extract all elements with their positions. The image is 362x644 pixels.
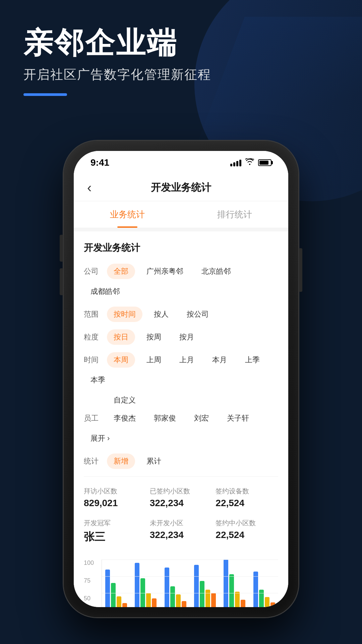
bar-group-5 xyxy=(224,559,248,607)
filter-chip-day[interactable]: 按日 xyxy=(107,329,135,345)
filter-chip-thisseason[interactable]: 本季 xyxy=(84,372,112,388)
signed-label: 已签约小区数 xyxy=(150,487,213,496)
filter-chip-custom[interactable]: 自定义 xyxy=(107,393,142,407)
champion-value: 张三 xyxy=(84,530,146,544)
tab-ranking-stats-label: 排行统计 xyxy=(217,209,252,220)
visit-label: 拜访小区数 xyxy=(84,487,146,496)
filter-chip-thisweek[interactable]: 本周 xyxy=(107,352,135,368)
stat-champion: 开发冠军 张三 xyxy=(84,515,146,548)
stat-signed: 已签约小区数 322,234 xyxy=(150,483,213,512)
stat-undeveloped: 未开发小区 322,234 xyxy=(150,515,213,548)
filter-chip-week[interactable]: 按周 xyxy=(140,329,168,345)
stat-signed-mid: 签约中小区数 22,524 xyxy=(216,515,278,548)
filter-granularity-row: 粒度 按日 按周 按月 xyxy=(84,329,278,345)
app-subtitle: 开启社区广告数字化管理新征程 xyxy=(23,66,211,83)
status-icons xyxy=(230,158,272,167)
chart-container: 100 75 50 25 xyxy=(84,559,278,607)
undeveloped-label: 未开发小区 xyxy=(150,519,213,528)
filter-chip-bj[interactable]: 北京皓邻 xyxy=(195,264,238,279)
statstype-filter-label: 统计 xyxy=(84,456,102,466)
stat-device: 签约设备数 22,524 xyxy=(216,483,278,512)
undeveloped-value: 322,234 xyxy=(150,530,213,540)
champion-label: 开发冠军 xyxy=(84,519,146,528)
app-title: 亲邻企业端 xyxy=(23,27,211,59)
tab-business-stats[interactable]: 业务统计 xyxy=(74,201,181,228)
filter-chip-bycompany[interactable]: 按公司 xyxy=(180,307,216,322)
tab-active-indicator xyxy=(117,226,137,228)
filter-company-row: 公司 全部 广州亲粤邻 北京皓邻 成都皓邻 xyxy=(84,264,278,299)
granularity-filter-label: 粒度 xyxy=(84,332,102,342)
filter-time-row: 时间 本周 上周 上月 本月 上季 本季 xyxy=(84,352,278,388)
y-axis: 100 75 50 25 xyxy=(84,559,99,607)
filter-chip-guojiajun[interactable]: 郭家俊 xyxy=(147,411,183,426)
filter-chip-thismonth[interactable]: 本月 xyxy=(205,352,234,368)
tab-ranking-stats[interactable]: 排行统计 xyxy=(181,201,288,228)
filter-staff-row: 员工 李俊杰 郭家俊 刘宏 关子轩 展开 › xyxy=(84,411,278,446)
filter-chip-lastseason[interactable]: 上季 xyxy=(238,352,266,368)
stat-visit: 拜访小区数 829,021 xyxy=(84,483,146,512)
visit-value: 829,021 xyxy=(84,498,146,508)
phone-screen: 9:41 xyxy=(74,151,288,607)
bar-group-1 xyxy=(105,570,130,607)
filter-chip-lastmonth[interactable]: 上月 xyxy=(173,352,201,368)
signal-icon xyxy=(230,159,241,166)
accent-line xyxy=(23,93,67,96)
staff-filter-label: 员工 xyxy=(84,413,102,423)
bar-group-6 xyxy=(253,572,278,607)
card-title: 开发业务统计 xyxy=(84,241,278,254)
filter-chip-month[interactable]: 按月 xyxy=(173,329,201,345)
filter-chip-byperson[interactable]: 按人 xyxy=(147,307,175,322)
filter-chip-lijunjie[interactable]: 李俊杰 xyxy=(107,411,142,426)
tab-business-stats-label: 业务统计 xyxy=(110,209,145,220)
bar-group-2 xyxy=(135,563,160,607)
header-section: 亲邻企业端 开启社区广告数字化管理新征程 xyxy=(23,27,211,96)
main-content: 开发业务统计 公司 全部 广州亲粤邻 北京皓邻 成都皓邻 范围 按时间 按人 xyxy=(74,228,288,607)
filter-chip-liuhong[interactable]: 刘宏 xyxy=(187,411,216,426)
filter-statstype-row: 统计 新增 累计 xyxy=(84,453,278,469)
device-value: 22,524 xyxy=(216,498,278,508)
filter-chip-new[interactable]: 新增 xyxy=(107,453,135,469)
status-bar: 9:41 xyxy=(74,151,288,174)
bar-group-3 xyxy=(165,568,189,607)
phone-mockup: 9:41 xyxy=(64,141,298,617)
filter-chip-bytime[interactable]: 按时间 xyxy=(107,307,142,322)
back-button[interactable]: ‹ xyxy=(87,180,92,195)
signed-value: 322,234 xyxy=(150,498,213,508)
page-title: 开发业务统计 xyxy=(151,181,211,195)
filter-chip-cd[interactable]: 成都皓邻 xyxy=(84,284,127,299)
stats-grid: 拜访小区数 829,021 已签约小区数 322,234 签约设备数 22,52… xyxy=(84,480,278,554)
filter-chip-lastweek[interactable]: 上周 xyxy=(140,352,168,368)
device-label: 签约设备数 xyxy=(216,487,278,496)
filter-chip-cumulative[interactable]: 累计 xyxy=(140,453,168,469)
nav-bar: ‹ 开发业务统计 xyxy=(74,174,288,201)
bar-group-4 xyxy=(194,565,219,607)
filter-range-row: 范围 按时间 按人 按公司 xyxy=(84,307,278,322)
signed-mid-value: 22,524 xyxy=(216,530,278,540)
filter-chip-expand[interactable]: 展开 › xyxy=(84,431,116,446)
filter-chip-all[interactable]: 全部 xyxy=(107,264,135,279)
stats-card: 开发业务统计 公司 全部 广州亲粤邻 北京皓邻 成都皓邻 范围 按时间 按人 xyxy=(74,231,288,607)
tab-bar: 业务统计 排行统计 xyxy=(74,201,288,228)
status-time: 9:41 xyxy=(90,157,109,168)
range-filter-label: 范围 xyxy=(84,309,102,319)
company-filter-label: 公司 xyxy=(84,266,102,276)
time-filter-label: 时间 xyxy=(84,355,102,365)
battery-icon xyxy=(258,159,272,166)
signed-mid-label: 签约中小区数 xyxy=(216,519,278,528)
filter-chip-gz[interactable]: 广州亲粤邻 xyxy=(140,264,190,279)
chart-bars xyxy=(102,559,278,607)
filter-chip-guanzixuan[interactable]: 关子轩 xyxy=(220,411,256,426)
wifi-icon xyxy=(245,158,254,167)
